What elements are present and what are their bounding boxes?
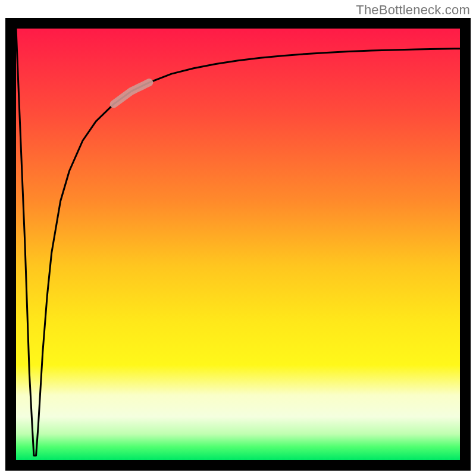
chart-frame: TheBottleneck.com <box>0 0 476 476</box>
attribution-label: TheBottleneck.com <box>356 2 470 18</box>
bottleneck-chart <box>0 0 476 476</box>
gradient-background <box>16 29 460 460</box>
